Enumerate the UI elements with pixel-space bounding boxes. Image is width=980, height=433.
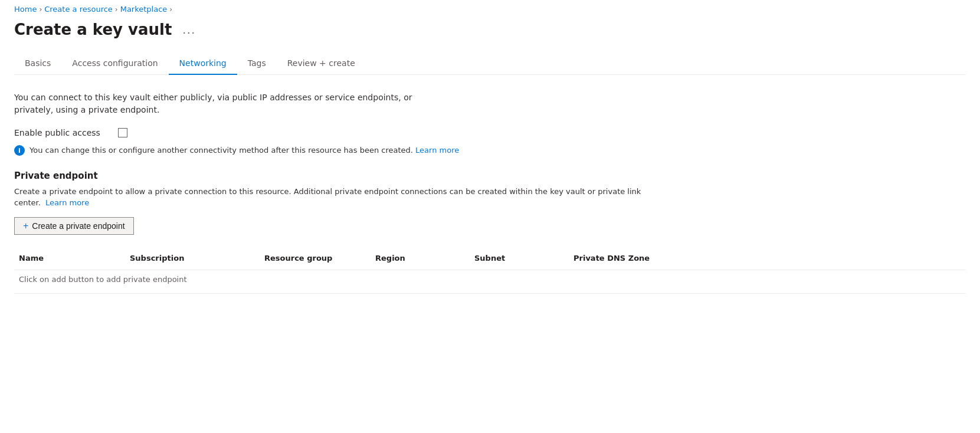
breadcrumb-sep-1: › (39, 5, 42, 14)
tabs-container: Basics Access configuration Networking T… (14, 53, 966, 75)
create-private-endpoint-button[interactable]: + Create a private endpoint (14, 217, 134, 235)
private-endpoint-table: Name Subscription Resource group Region … (14, 247, 966, 294)
page-title: Create a key vault (14, 21, 172, 38)
private-endpoint-description: Create a private endpoint to allow a pri… (14, 186, 663, 209)
table-divider (14, 293, 966, 294)
info-row: i You can change this or configure anoth… (14, 145, 966, 156)
table-header: Name Subscription Resource group Region … (14, 247, 966, 270)
col-header-resource-group: Resource group (260, 251, 366, 265)
enable-public-access-checkbox[interactable] (118, 128, 127, 137)
tab-review-create[interactable]: Review + create (277, 53, 366, 75)
page-header: Create a key vault ... (14, 21, 966, 38)
ellipsis-button[interactable]: ... (179, 22, 199, 38)
enable-public-access-checkbox-wrapper (118, 128, 127, 137)
add-button-label: Create a private endpoint (32, 221, 124, 231)
col-header-subnet: Subnet (470, 251, 564, 265)
info-text: You can change this or configure another… (30, 145, 459, 156)
col-header-region: Region (371, 251, 465, 265)
col-header-name: Name (14, 251, 120, 265)
tab-networking[interactable]: Networking (169, 53, 237, 75)
breadcrumb: Home › Create a resource › Marketplace › (14, 0, 966, 21)
add-icon: + (23, 221, 28, 231)
col-header-subscription: Subscription (125, 251, 255, 265)
col-header-private-dns-zone: Private DNS Zone (569, 251, 687, 265)
networking-section: You can connect to this key vault either… (14, 91, 966, 294)
networking-description: You can connect to this key vault either… (14, 91, 415, 116)
breadcrumb-sep-3: › (169, 5, 172, 14)
breadcrumb-create-resource[interactable]: Create a resource (44, 5, 113, 14)
info-icon: i (14, 145, 25, 156)
enable-public-access-row: Enable public access (14, 128, 966, 137)
private-endpoint-title: Private endpoint (14, 170, 966, 181)
learn-more-link-1[interactable]: Learn more (415, 146, 459, 155)
tab-access-configuration[interactable]: Access configuration (61, 53, 168, 75)
enable-public-access-label: Enable public access (14, 128, 109, 137)
tab-basics[interactable]: Basics (14, 53, 61, 75)
table-empty-message: Click on add button to add private endpo… (14, 270, 966, 288)
breadcrumb-home[interactable]: Home (14, 5, 37, 14)
breadcrumb-marketplace[interactable]: Marketplace (120, 5, 168, 14)
learn-more-link-2[interactable]: Learn more (45, 198, 89, 207)
breadcrumb-sep-2: › (115, 5, 118, 14)
tab-tags[interactable]: Tags (237, 53, 277, 75)
